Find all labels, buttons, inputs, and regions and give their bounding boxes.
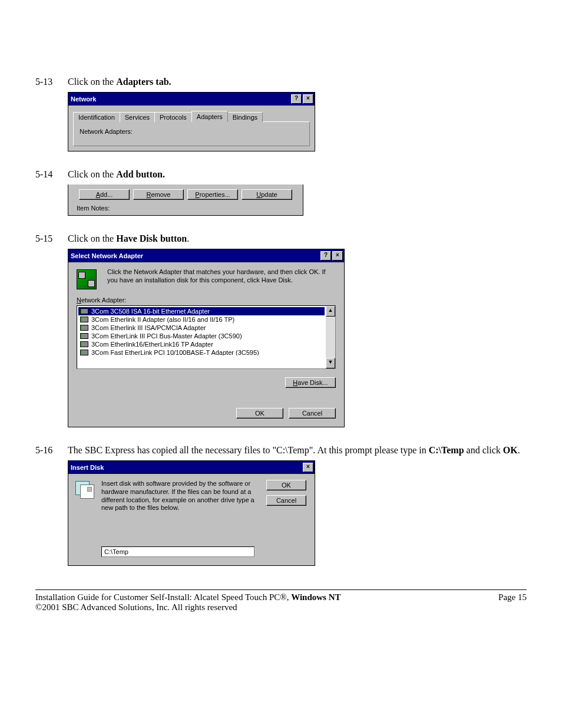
dialog-message: Click the Network Adapter that matches y… <box>107 268 336 289</box>
list-item[interactable]: 3Com Etherlink16/EtherLink16 TP Adapter <box>78 340 325 348</box>
list-item[interactable]: 3Com Fast EtherLink PCI 10/100BASE-T Ada… <box>78 348 325 355</box>
tab-row: Identification Services Protocols Adapte… <box>73 110 310 121</box>
network-adapter-listbox[interactable]: 3Com 3C508 ISA 16-bit Ethernet Adapter 3… <box>77 305 336 369</box>
nic-icon <box>80 341 89 348</box>
list-item[interactable]: 3Com EtherLink III PCI Bus-Master Adapte… <box>78 332 325 340</box>
dialog-title: Select Network Adapter <box>71 252 319 259</box>
scrollbar[interactable]: ▲ ▼ <box>326 306 335 368</box>
have-disk-button[interactable]: Have Disk... <box>285 377 336 388</box>
tab-bindings[interactable]: Bindings <box>227 112 263 122</box>
tab-protocols[interactable]: Protocols <box>154 112 192 122</box>
select-network-adapter-dialog: Select Network Adapter ? × Click the Net… <box>68 249 345 427</box>
nic-icon <box>80 332 89 340</box>
network-dialog: Network ? × Identification Services Prot… <box>68 92 315 151</box>
nic-icon <box>80 316 89 323</box>
footer-text: Installation Guide for Customer Self-Ins… <box>35 592 341 612</box>
help-icon[interactable]: ? <box>320 251 331 261</box>
cancel-button[interactable]: Cancel <box>289 408 336 419</box>
add-remove-panel: Add... Remove Properties... Update Item … <box>68 185 303 216</box>
tab-identification[interactable]: Identification <box>73 112 120 122</box>
scroll-up-icon[interactable]: ▲ <box>326 306 335 317</box>
adapter-icon <box>77 269 97 289</box>
nic-icon <box>80 308 89 315</box>
scroll-down-icon[interactable]: ▼ <box>326 358 335 368</box>
close-icon[interactable]: × <box>303 94 313 104</box>
help-icon[interactable]: ? <box>291 94 302 104</box>
network-adapter-list-label: Network Adapter: <box>77 297 336 304</box>
step-number: 5-13 <box>35 77 68 87</box>
tab-adapters[interactable]: Adapters <box>191 111 228 122</box>
dialog-title: Insert Disk <box>71 464 302 471</box>
nic-icon <box>80 324 89 331</box>
step-number: 5-16 <box>35 445 68 456</box>
properties-button[interactable]: Properties... <box>187 189 238 200</box>
list-item[interactable]: 3Com Etherlink II Adapter (also II/16 an… <box>78 315 325 324</box>
step-number: 5-14 <box>35 169 68 180</box>
step-text: Click on the Adapters tab. <box>68 77 527 87</box>
step-text: Click on the Have Disk button. <box>68 233 527 244</box>
disk-icon <box>75 481 94 498</box>
path-input[interactable] <box>101 546 254 557</box>
step-text: Click on the Add button. <box>68 169 527 180</box>
cancel-button[interactable]: Cancel <box>266 495 306 506</box>
update-button[interactable]: Update <box>242 189 292 200</box>
nic-icon <box>80 349 89 355</box>
close-icon[interactable]: × <box>303 463 313 472</box>
dialog-message: Insert disk with software provided by th… <box>101 480 259 512</box>
network-adapters-label: Network Adapters: <box>80 128 303 135</box>
dialog-title: Network <box>71 95 290 103</box>
step-number: 5-15 <box>35 233 68 244</box>
insert-disk-dialog: Insert Disk × Insert disk with software … <box>68 460 315 566</box>
list-item[interactable]: 3Com Etherlink III ISA/PCMCIA Adapter <box>78 324 325 332</box>
add-button[interactable]: Add... <box>79 189 130 200</box>
remove-button[interactable]: Remove <box>133 189 184 200</box>
list-item[interactable]: 3Com 3C508 ISA 16-bit Ethernet Adapter <box>78 307 325 315</box>
ok-button[interactable]: OK <box>266 480 306 490</box>
ok-button[interactable]: OK <box>236 408 283 419</box>
step-text: The SBC Express has copied all the neces… <box>68 445 527 456</box>
page-number: Page 15 <box>498 592 527 612</box>
close-icon[interactable]: × <box>332 251 343 261</box>
item-notes-label: Item Notes: <box>68 202 303 215</box>
tab-services[interactable]: Services <box>120 112 155 122</box>
